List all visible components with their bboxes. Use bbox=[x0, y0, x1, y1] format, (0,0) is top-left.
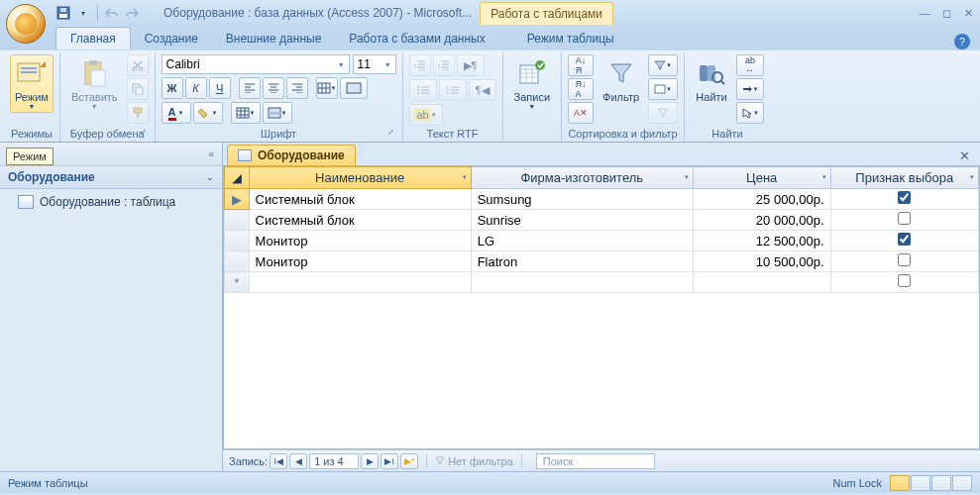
cell-price[interactable]: 10 500,00р. bbox=[693, 251, 830, 272]
font-size-combo[interactable]: 11▼ bbox=[353, 54, 396, 74]
align-center-button[interactable] bbox=[263, 77, 284, 99]
bullets-button[interactable] bbox=[409, 79, 437, 101]
underline-button[interactable]: Ч bbox=[209, 77, 231, 99]
help-icon[interactable]: ? bbox=[954, 34, 970, 50]
cell-price[interactable]: 20 000,00р. bbox=[693, 210, 830, 231]
find-button[interactable]: Найти bbox=[691, 54, 732, 106]
fill-color-button[interactable]: ▼ bbox=[193, 102, 223, 124]
cell-name[interactable]: Монитор bbox=[249, 251, 471, 272]
cut-button[interactable] bbox=[127, 54, 149, 76]
next-record-button[interactable]: ▶ bbox=[361, 453, 379, 469]
text-direction-button[interactable] bbox=[340, 77, 368, 99]
highlight-button[interactable]: ab▼ bbox=[409, 104, 443, 126]
record-position-field[interactable]: 1 из 4 bbox=[309, 453, 359, 469]
flag-checkbox[interactable] bbox=[898, 274, 911, 287]
clear-sort-button[interactable]: А✕ bbox=[568, 102, 594, 124]
tab-external-data[interactable]: Внешние данные bbox=[212, 28, 336, 50]
column-header-maker[interactable]: Фирма-изготовитель▾ bbox=[471, 167, 693, 189]
flag-checkbox[interactable] bbox=[898, 212, 911, 225]
toggle-filter-button[interactable] bbox=[648, 102, 678, 124]
new-record-row[interactable]: * bbox=[225, 272, 979, 293]
alt-gridlines-button[interactable]: ▼ bbox=[231, 102, 261, 124]
alt-fill-button[interactable]: ▼ bbox=[263, 102, 292, 124]
column-header-flag[interactable]: Признак выбора▾ bbox=[830, 167, 978, 189]
flag-checkbox[interactable] bbox=[898, 191, 911, 204]
pivot-chart-view-button[interactable] bbox=[931, 475, 951, 491]
pivot-table-view-button[interactable] bbox=[911, 475, 930, 491]
cell-name[interactable]: Системный блок bbox=[249, 189, 471, 210]
cell-maker[interactable]: LG bbox=[471, 231, 693, 251]
office-button[interactable] bbox=[6, 4, 46, 44]
bold-button[interactable]: Ж bbox=[162, 77, 183, 99]
table-row[interactable]: Системный блок Sunrise 20 000,00р. bbox=[225, 210, 979, 231]
cell-maker[interactable]: Flatron bbox=[471, 251, 693, 272]
cell-price[interactable]: 25 000,00р. bbox=[693, 189, 830, 210]
column-header-price[interactable]: Цена▾ bbox=[693, 167, 830, 189]
cell-flag[interactable] bbox=[830, 251, 978, 272]
close-button[interactable]: ✕ bbox=[960, 7, 976, 20]
redo-icon[interactable] bbox=[124, 5, 140, 21]
decrease-indent-button[interactable] bbox=[409, 54, 431, 76]
goto-button[interactable]: ⮕▼ bbox=[736, 78, 764, 100]
format-painter-button[interactable] bbox=[127, 102, 149, 124]
paste-button[interactable]: Вставить ▼ bbox=[66, 54, 123, 113]
qat-dropdown-icon[interactable]: ▼ bbox=[75, 5, 91, 21]
document-tab[interactable]: Оборудование bbox=[227, 145, 356, 165]
records-button[interactable]: Записи ▼ bbox=[509, 54, 556, 113]
cell-maker[interactable]: Sunrise bbox=[471, 210, 693, 231]
column-header-name[interactable]: Наименование▾ bbox=[249, 167, 471, 189]
restore-button[interactable]: ◻ bbox=[938, 7, 954, 20]
row-selector[interactable] bbox=[225, 231, 250, 251]
tab-datasheet[interactable]: Режим таблицы bbox=[513, 28, 628, 50]
cell-maker[interactable]: Sumsung bbox=[471, 189, 693, 210]
tab-close-button[interactable]: ✕ bbox=[953, 147, 976, 165]
align-right-button[interactable] bbox=[286, 77, 308, 99]
copy-button[interactable] bbox=[127, 78, 149, 100]
ltr-button[interactable]: ▶¶ bbox=[457, 54, 485, 76]
tab-create[interactable]: Создание bbox=[131, 28, 212, 50]
table-row[interactable]: Монитор LG 12 500,00р. bbox=[225, 231, 979, 251]
row-selector[interactable] bbox=[225, 210, 250, 231]
row-selector[interactable]: ▶ bbox=[225, 189, 250, 210]
font-name-combo[interactable]: Calibri▼ bbox=[162, 54, 350, 74]
view-button[interactable]: Режим ▼ bbox=[10, 54, 54, 113]
cell-flag[interactable] bbox=[830, 189, 978, 210]
filter-indicator[interactable]: Нет фильтра bbox=[435, 455, 513, 467]
search-box[interactable]: Поиск bbox=[536, 453, 655, 469]
numbering-button[interactable]: 12 bbox=[439, 79, 467, 101]
minimize-button[interactable]: — bbox=[917, 7, 932, 20]
gridlines-button[interactable]: ▼ bbox=[316, 77, 338, 99]
cell-price[interactable]: 12 500,00р. bbox=[693, 231, 830, 251]
replace-button[interactable]: ab↔ bbox=[736, 54, 764, 76]
sort-desc-button[interactable]: Я↓А bbox=[568, 78, 594, 100]
table-row[interactable]: Монитор Flatron 10 500,00р. bbox=[225, 251, 979, 272]
font-color-button[interactable]: A▼ bbox=[162, 102, 191, 124]
rtl-button[interactable]: ¶◀ bbox=[469, 79, 496, 101]
tab-database-tools[interactable]: Работа с базами данных bbox=[335, 28, 498, 50]
select-button[interactable]: ▼ bbox=[736, 102, 764, 124]
row-selector[interactable]: * bbox=[225, 272, 250, 293]
italic-button[interactable]: К bbox=[185, 77, 207, 99]
save-icon[interactable] bbox=[55, 5, 71, 21]
new-record-button[interactable]: ▶* bbox=[400, 453, 418, 469]
first-record-button[interactable]: I◀ bbox=[270, 453, 287, 469]
flag-checkbox[interactable] bbox=[898, 253, 911, 266]
datasheet-view-button[interactable] bbox=[890, 475, 910, 491]
nav-collapse-icon[interactable]: « bbox=[208, 148, 214, 159]
tab-home[interactable]: Главная bbox=[55, 27, 131, 50]
cell-flag[interactable] bbox=[830, 231, 978, 251]
select-all-cell[interactable]: ◢ bbox=[225, 167, 250, 189]
nav-category[interactable]: Оборудование ⌄ bbox=[0, 166, 222, 189]
increase-indent-button[interactable] bbox=[433, 54, 455, 76]
cell-name[interactable]: Системный блок bbox=[249, 210, 471, 231]
datasheet[interactable]: ◢ Наименование▾ Фирма-изготовитель▾ Цена… bbox=[223, 166, 980, 449]
cell-name[interactable]: Монитор bbox=[249, 231, 471, 251]
table-row[interactable]: ▶ Системный блок Sumsung 25 000,00р. bbox=[225, 189, 979, 210]
design-view-button[interactable] bbox=[952, 475, 972, 491]
advanced-filter-button[interactable]: ▼ bbox=[648, 78, 678, 100]
row-selector[interactable] bbox=[225, 251, 250, 272]
last-record-button[interactable]: ▶I bbox=[381, 453, 398, 469]
cell-flag[interactable] bbox=[830, 210, 978, 231]
undo-icon[interactable] bbox=[104, 5, 120, 21]
filter-button[interactable]: Фильтр bbox=[598, 54, 644, 106]
